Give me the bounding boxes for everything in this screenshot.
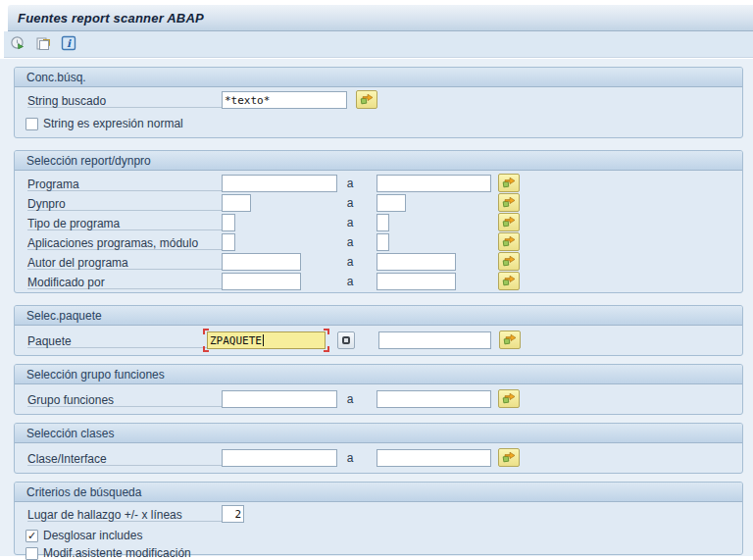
- package-from-field-focus: ZPAQUETE: [207, 331, 326, 349]
- multiple-selection-button[interactable]: [498, 448, 520, 467]
- modificado-row: Modificado por a: [15, 272, 742, 291]
- multiple-selection-button[interactable]: [499, 331, 521, 349]
- string-buscado-row: String buscado: [15, 90, 742, 110]
- group-search-criteria: Criterios de búsqueda Lugar de hallazgo …: [14, 482, 743, 555]
- regex-checkbox-row: String es expresión normal: [15, 115, 742, 132]
- text-caret: [263, 334, 264, 346]
- group-function-groups: Selección grupo funciones Grupo funcione…: [14, 364, 743, 415]
- clase-interface-row: Clase/Interface a: [15, 448, 742, 468]
- dynpro-label: Dynpro: [27, 195, 66, 211]
- programa-to-input[interactable]: [376, 175, 491, 192]
- clase-to-input[interactable]: [376, 449, 491, 467]
- modificado-label: Modificado por: [27, 274, 105, 289]
- grupo-funciones-from-input[interactable]: [222, 390, 337, 408]
- aplicaciones-row: Aplicaciones programas, módulo a: [15, 232, 742, 252]
- info-icon: i: [61, 35, 76, 54]
- multiple-selection-button[interactable]: [498, 389, 520, 408]
- multiple-selection-icon: [502, 273, 516, 289]
- selection-screen: Conc.búsq. String buscado: [0, 59, 753, 556]
- programa-row: Programa a: [15, 174, 742, 193]
- value-help-button[interactable]: [337, 331, 355, 349]
- range-separator: a: [344, 235, 356, 249]
- dynpro-to-input[interactable]: [376, 194, 406, 212]
- get-variant-icon: [35, 35, 51, 54]
- multiple-selection-icon: [502, 175, 516, 191]
- tipo-programa-row: Tipo de programa a: [15, 213, 742, 232]
- group-title: Selec.paquete: [15, 309, 102, 323]
- multiple-selection-icon: [502, 253, 516, 270]
- autor-label: Autor del programa: [27, 254, 128, 270]
- focus-corner: [203, 346, 209, 352]
- multiple-selection-button[interactable]: [498, 252, 520, 271]
- get-variant-button[interactable]: [33, 34, 53, 54]
- programa-from-input[interactable]: [222, 175, 337, 192]
- includes-checkbox[interactable]: ✓: [25, 530, 38, 542]
- execute-button[interactable]: [8, 34, 27, 54]
- regex-checkbox-label: String es expresión normal: [43, 117, 183, 130]
- multiple-selection-icon: [502, 449, 516, 466]
- group-package: Selec.paquete Paquete ZPAQUETE: [14, 305, 743, 356]
- group-title: Selección grupo funciones: [15, 368, 165, 382]
- search-string-input[interactable]: [222, 91, 347, 109]
- string-buscado-label: String buscado: [27, 92, 106, 108]
- dynpro-from-input[interactable]: [222, 194, 251, 212]
- tipo-programa-from-input[interactable]: [222, 214, 235, 231]
- regex-checkbox[interactable]: [25, 118, 38, 130]
- info-button[interactable]: i: [59, 34, 78, 54]
- aplicaciones-to-input[interactable]: [376, 233, 389, 251]
- group-classes: Selección clases Clase/Interface a: [14, 423, 743, 474]
- multiple-selection-button[interactable]: [498, 232, 520, 251]
- hit-lines-label: Lugar de hallazgo +/- x líneas: [27, 506, 182, 522]
- group-title: Conc.búsq.: [15, 71, 86, 84]
- modificado-to-input[interactable]: [376, 273, 456, 290]
- clase-interface-label: Clase/Interface: [27, 450, 107, 466]
- autor-from-input[interactable]: [222, 253, 301, 271]
- group-function-groups-header: Selección grupo funciones: [15, 365, 742, 384]
- tipo-programa-label: Tipo de programa: [27, 215, 120, 230]
- application-toolbar: i: [4, 31, 753, 58]
- multiple-selection-button[interactable]: [356, 90, 377, 109]
- hit-lines-row: Lugar de hallazgo +/- x líneas: [15, 504, 742, 524]
- modificado-from-input[interactable]: [222, 273, 301, 290]
- group-search-term-header: Conc.búsq.: [15, 68, 742, 87]
- multiple-selection-icon: [502, 390, 516, 407]
- multiple-selection-icon: [360, 91, 374, 108]
- focus-corner: [203, 329, 209, 334]
- range-separator: a: [344, 275, 356, 288]
- package-from-input[interactable]: ZPAQUETE: [207, 331, 326, 349]
- autor-row: Autor del programa a: [15, 252, 742, 272]
- grupo-funciones-label: Grupo funciones: [27, 391, 114, 407]
- multiple-selection-button[interactable]: [498, 213, 520, 231]
- range-separator: a: [344, 216, 356, 229]
- clase-from-input[interactable]: [222, 449, 337, 467]
- modif-checkbox[interactable]: [25, 547, 38, 560]
- window-titlebar: Fuentes report scanner ABAP: [8, 5, 753, 31]
- autor-to-input[interactable]: [376, 253, 456, 271]
- group-classes-header: Selección clases: [15, 424, 742, 443]
- tipo-programa-to-input[interactable]: [376, 214, 389, 231]
- multiple-selection-icon: [502, 194, 516, 211]
- focus-corner: [324, 329, 329, 334]
- group-search-criteria-header: Criterios de búsqueda: [15, 483, 742, 502]
- includes-checkbox-row: ✓ Desglosar includes: [15, 527, 742, 544]
- multiple-selection-icon: [502, 233, 516, 250]
- aplicaciones-from-input[interactable]: [222, 233, 235, 251]
- multiple-selection-button[interactable]: [498, 174, 520, 192]
- aplicaciones-label: Aplicaciones programas, módulo: [27, 234, 198, 250]
- group-title: Selección report/dynpro: [15, 154, 151, 168]
- hit-lines-input[interactable]: [222, 505, 244, 523]
- grupo-funciones-to-input[interactable]: [376, 390, 491, 408]
- package-to-input[interactable]: [378, 331, 491, 349]
- multiple-selection-button[interactable]: [498, 272, 520, 290]
- range-separator: a: [344, 451, 356, 465]
- multiple-selection-button[interactable]: [498, 193, 520, 212]
- paquete-row: Paquete ZPAQUETE: [15, 331, 742, 350]
- grupo-funciones-row: Grupo funciones a: [15, 389, 742, 409]
- multiple-selection-icon: [502, 214, 516, 230]
- range-separator: a: [344, 392, 356, 406]
- paquete-label: Paquete: [27, 332, 72, 348]
- range-separator: a: [344, 196, 356, 210]
- field-underline: String buscado: [27, 91, 222, 108]
- modif-checkbox-row: Modif.asistente modificación: [15, 544, 742, 560]
- focus-corner: [324, 346, 329, 352]
